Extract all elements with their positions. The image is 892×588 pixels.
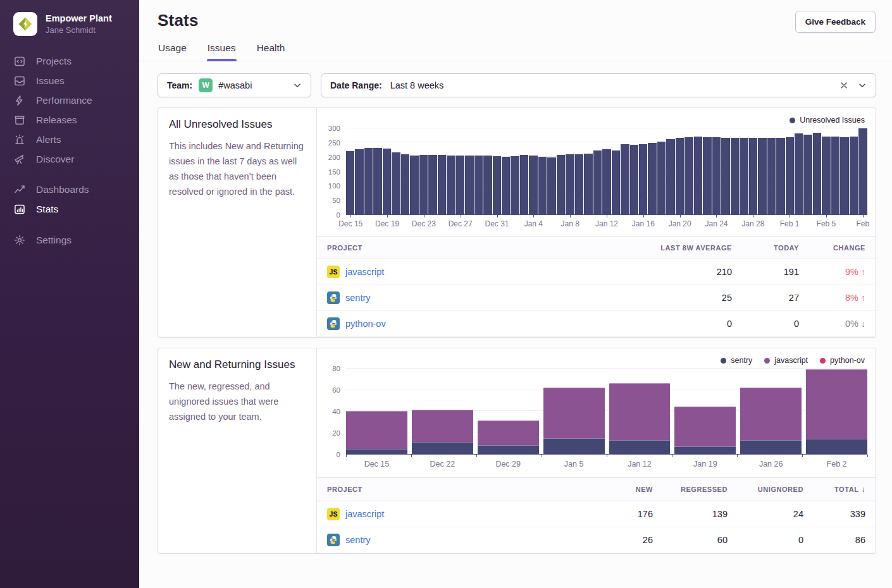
x-tick bbox=[461, 215, 461, 217]
bar bbox=[373, 148, 381, 214]
legend-dot-icon bbox=[764, 358, 770, 364]
table-row: sentry2660086 bbox=[317, 527, 876, 553]
sidebar-item-dashboards[interactable]: Dashboards bbox=[0, 180, 139, 199]
sidebar-item-alerts[interactable]: Alerts bbox=[0, 130, 139, 149]
legend-dot-icon bbox=[790, 118, 795, 123]
stacked-bar bbox=[346, 411, 407, 454]
x-tick-label: Jan 24 bbox=[705, 219, 728, 228]
discover-icon bbox=[14, 154, 25, 165]
sort-descending-icon[interactable]: ↓ bbox=[861, 485, 865, 494]
project-link[interactable]: python-ov bbox=[345, 319, 386, 329]
sidebar-item-label: Performance bbox=[36, 95, 92, 106]
x-tick-label: Dec 15 bbox=[338, 219, 362, 228]
settings-icon bbox=[14, 235, 25, 246]
x-tick bbox=[411, 455, 412, 457]
change-cell: 8% ↑ bbox=[809, 285, 876, 311]
x-tick bbox=[753, 215, 753, 217]
bar bbox=[657, 142, 666, 214]
python-project-icon bbox=[327, 534, 340, 546]
bar bbox=[694, 137, 702, 214]
sidebar-item-settings[interactable]: Settings bbox=[0, 230, 139, 250]
project-cell: JSjavascript bbox=[327, 266, 618, 278]
bar bbox=[630, 145, 638, 215]
sidebar-item-stats[interactable]: Stats bbox=[0, 199, 139, 219]
team-avatar: W bbox=[199, 78, 213, 92]
project-link[interactable]: sentry bbox=[345, 293, 371, 303]
stacked-bar bbox=[412, 410, 473, 454]
sidebar-nav: ProjectsIssuesPerformanceReleasesAlertsD… bbox=[0, 51, 139, 250]
bar bbox=[593, 150, 602, 214]
y-tick-label: 100 bbox=[328, 182, 340, 190]
bar-segment-javascript bbox=[346, 411, 407, 449]
org-switcher[interactable]: Empower Plant Jane Schmidt bbox=[0, 0, 139, 51]
x-tick bbox=[863, 215, 864, 217]
bar-segment-sentry bbox=[740, 440, 802, 454]
legend-item-javascript: javascript bbox=[764, 356, 808, 365]
sidebar-item-performance[interactable]: Performance bbox=[0, 90, 139, 110]
project-link[interactable]: javascript bbox=[345, 509, 384, 519]
value-cell: 339 bbox=[814, 501, 876, 527]
bar bbox=[538, 157, 547, 214]
column-header: TODAY bbox=[742, 237, 809, 259]
column-header: LAST 8W AVERAGE bbox=[628, 237, 742, 259]
sidebar-item-projects[interactable]: Projects bbox=[0, 51, 139, 71]
bar bbox=[447, 156, 455, 214]
bar bbox=[712, 137, 721, 214]
issues-icon bbox=[14, 75, 25, 87]
give-feedback-button[interactable]: Give Feedback bbox=[795, 11, 876, 33]
bar bbox=[364, 148, 373, 214]
value-cell: 60 bbox=[663, 527, 738, 553]
bar bbox=[419, 155, 428, 214]
main-area: Stats Give Feedback UsageIssuesHealth Te… bbox=[139, 0, 892, 588]
bar bbox=[684, 137, 693, 214]
bar bbox=[529, 156, 537, 214]
sidebar-item-discover[interactable]: Discover bbox=[0, 149, 139, 169]
bar bbox=[776, 138, 784, 214]
tab-issues[interactable]: Issues bbox=[207, 42, 237, 61]
arrow-up-icon: ↑ bbox=[861, 293, 865, 303]
stacked-bar-chart-plot bbox=[346, 369, 867, 455]
org-logo bbox=[13, 12, 37, 36]
x-tick-label: Jan 12 bbox=[595, 219, 618, 228]
sidebar-item-label: Releases bbox=[36, 114, 77, 126]
bar-segment-javascript bbox=[609, 383, 671, 440]
project-link[interactable]: sentry bbox=[345, 535, 371, 545]
team-select[interactable]: Team: W #wasabi bbox=[158, 73, 311, 97]
change-value: 9% ↑ bbox=[845, 267, 865, 277]
project-link[interactable]: javascript bbox=[345, 267, 384, 277]
unresolved-issues-card: All Unresolved Issues This includes New … bbox=[158, 107, 876, 338]
python-project-icon bbox=[327, 291, 340, 304]
x-tick bbox=[607, 215, 607, 217]
org-name: Empower Plant bbox=[46, 13, 112, 24]
sidebar-item-label: Issues bbox=[36, 75, 65, 87]
sidebar-item-label: Stats bbox=[36, 204, 58, 215]
y-axis: 050100150200250300 bbox=[323, 128, 346, 215]
stacked-bar-groups bbox=[346, 369, 867, 454]
x-tick-label: Dec 22 bbox=[412, 460, 473, 469]
x-tick bbox=[716, 215, 717, 217]
sidebar-item-issues[interactable]: Issues bbox=[0, 71, 139, 90]
tab-usage[interactable]: Usage bbox=[158, 42, 187, 61]
table-header-row: PROJECTLAST 8W AVERAGETODAYCHANGE bbox=[317, 237, 876, 259]
clear-icon[interactable] bbox=[839, 80, 849, 90]
bar-segment-javascript bbox=[478, 420, 539, 445]
y-tick-label: 0 bbox=[337, 211, 340, 219]
date-range-label: Date Range: bbox=[330, 80, 382, 90]
x-tick bbox=[672, 455, 672, 457]
bar bbox=[612, 150, 620, 214]
sidebar-item-releases[interactable]: Releases bbox=[0, 110, 139, 130]
project-name-cell: JSjavascript bbox=[317, 501, 592, 527]
bar-segment-javascript bbox=[806, 369, 867, 439]
value-cell: 0 bbox=[742, 311, 809, 337]
x-tick-label: Dec 19 bbox=[375, 219, 399, 228]
project-cell: JSjavascript bbox=[327, 508, 582, 520]
team-select-value: #wasabi bbox=[218, 80, 292, 90]
y-tick-label: 250 bbox=[328, 139, 340, 147]
tab-health[interactable]: Health bbox=[256, 42, 286, 61]
stats-icon bbox=[14, 204, 25, 215]
tabs-row: UsageIssuesHealth bbox=[139, 42, 892, 61]
bar bbox=[639, 144, 647, 214]
bar bbox=[520, 155, 528, 214]
date-range-select[interactable]: Date Range: Last 8 weeks bbox=[321, 73, 876, 97]
bar bbox=[392, 152, 400, 214]
